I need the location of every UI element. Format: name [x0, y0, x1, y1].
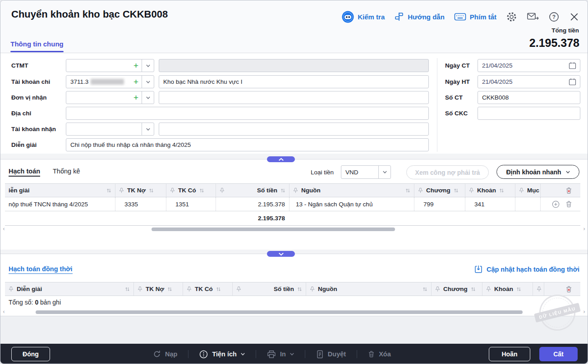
add-row-icon[interactable]	[552, 200, 560, 208]
don-vi-nhan-name-input[interactable]	[159, 91, 428, 104]
tai-khoan-chi-dropdown[interactable]	[142, 76, 154, 88]
sort-icon[interactable]	[125, 287, 130, 292]
sort-icon[interactable]	[471, 287, 476, 292]
tai-khoan-chi-input[interactable]: 3711.3	[66, 78, 130, 85]
pin-icon[interactable]	[9, 286, 14, 292]
col-nguon[interactable]: Nguồn	[306, 282, 431, 296]
send-mail-icon[interactable]	[527, 11, 539, 22]
close-icon[interactable]	[569, 12, 579, 22]
print-button[interactable]: In	[267, 350, 294, 359]
pin-icon[interactable]	[187, 286, 192, 292]
postpone-button[interactable]: Hoãn	[489, 347, 530, 361]
col-khoan[interactable]: Khoản	[482, 282, 533, 296]
row-so-tien[interactable]: 2.195.378	[216, 197, 289, 211]
col-so-tien[interactable]: Số tiền	[216, 184, 289, 197]
calendar-icon[interactable]	[569, 62, 576, 69]
pin-icon[interactable]	[170, 187, 175, 193]
add-icon[interactable]: +	[130, 77, 142, 86]
xem-cong-no-button[interactable]: Xem công nợ phải trả	[406, 165, 489, 179]
sort-icon[interactable]	[297, 287, 302, 292]
row-chuong[interactable]: 799	[414, 197, 465, 211]
ngay-ct-input[interactable]	[478, 59, 569, 72]
reload-button[interactable]: Nạp	[153, 350, 177, 358]
sort-icon[interactable]	[280, 188, 285, 193]
collapse-up-pill[interactable]	[267, 156, 295, 162]
pin-icon[interactable]	[310, 286, 315, 292]
close-button[interactable]: Đóng	[11, 347, 50, 361]
tab-hach-toan[interactable]: Hạch toán	[9, 168, 40, 177]
delete-all-icon[interactable]	[565, 286, 572, 293]
help-icon[interactable]: ?	[548, 11, 560, 23]
pin-icon[interactable]	[469, 187, 474, 193]
tab-thong-tin-chung[interactable]: Thông tin chung	[10, 40, 64, 48]
settings-gear-icon[interactable]	[506, 11, 517, 23]
so-ct-input[interactable]	[478, 91, 580, 104]
shortcuts-link[interactable]: Phím tắt	[454, 12, 496, 21]
approve-button[interactable]: Duyệt	[316, 350, 346, 359]
tab-thong-ke[interactable]: Thống kê	[53, 168, 80, 175]
row-tk-co[interactable]: 1351	[166, 197, 216, 211]
horizontal-scrollbar-thumb[interactable]	[152, 228, 395, 231]
sort-icon[interactable]	[499, 188, 504, 193]
dinh-khoan-nhanh-button[interactable]: Định khoản nhanh	[496, 165, 579, 179]
sort-icon[interactable]	[199, 188, 204, 193]
row-muc[interactable]	[515, 197, 540, 211]
sort-icon[interactable]	[216, 287, 221, 292]
col-so-tien[interactable]: Số tiền	[232, 282, 306, 296]
sort-icon[interactable]	[423, 287, 427, 292]
col-chuong[interactable]: Chương	[414, 184, 465, 197]
utilities-button[interactable]: Tiện ích	[199, 350, 245, 359]
col-tk-no[interactable]: TK Nợ	[115, 184, 166, 197]
col-tk-no[interactable]: TK Nợ	[133, 282, 183, 296]
col-pinned[interactable]	[533, 282, 544, 296]
save-button[interactable]: Cất	[539, 347, 578, 361]
sort-icon[interactable]	[454, 188, 459, 193]
add-icon[interactable]: +	[130, 93, 142, 102]
scroll-right-arrow[interactable]: ›	[583, 309, 585, 314]
sort-icon[interactable]	[405, 188, 410, 193]
pin-icon[interactable]	[418, 187, 423, 193]
row-khoan[interactable]: 341	[465, 197, 515, 211]
col-dien-giai[interactable]: iễn giải	[5, 184, 115, 197]
tai-khoan-chi-name-field[interactable]: Kho bạc Nhà nước Khu vực I	[159, 75, 429, 88]
pin-icon[interactable]	[486, 286, 491, 292]
pin-icon[interactable]	[236, 286, 241, 292]
hach-toan-dong-thoi-link[interactable]: Hạch toán đồng thời	[9, 265, 73, 274]
sort-icon[interactable]	[106, 188, 111, 193]
tai-khoan-nhan-input[interactable]	[66, 123, 142, 135]
col-nguon[interactable]: Nguồn	[289, 184, 414, 197]
delete-row-icon[interactable]	[565, 200, 572, 208]
calendar-icon[interactable]	[569, 78, 576, 86]
guide-link[interactable]: Hướng dẫn	[394, 12, 445, 22]
ctmt-dropdown[interactable]	[142, 59, 154, 72]
row-nguon[interactable]: 13 - Ngân sách Quận tự chủ	[289, 197, 414, 211]
col-tk-co[interactable]: TK Có	[166, 184, 216, 197]
col-dien-giai[interactable]: Diễn giải	[5, 282, 133, 296]
row-dien-giai[interactable]: nộp thuế TNCN tháng 4/2025	[5, 197, 115, 211]
so-ckc-input[interactable]	[478, 107, 580, 119]
ngay-ht-input[interactable]	[478, 76, 569, 88]
sort-icon[interactable]	[149, 188, 154, 193]
don-vi-nhan-input[interactable]	[66, 91, 130, 104]
sort-icon[interactable]	[167, 287, 172, 292]
check-link[interactable]: Kiểm tra	[342, 11, 385, 23]
ctmt-input[interactable]	[66, 59, 130, 72]
pin-icon[interactable]	[119, 187, 124, 193]
scroll-left-arrow[interactable]: ‹	[3, 309, 5, 314]
add-icon[interactable]: +	[130, 61, 142, 70]
cap-nhat-hach-toan-link[interactable]: Cập nhật hạch toán đồng thời	[474, 265, 579, 274]
currency-select[interactable]: VND	[341, 165, 391, 179]
col-muc[interactable]: Mục	[515, 184, 540, 197]
row-tk-no[interactable]: 3335	[115, 197, 166, 211]
tai-khoan-nhan-dropdown[interactable]	[142, 123, 154, 135]
pin-icon[interactable]	[537, 286, 542, 292]
collapse-down-pill[interactable]	[267, 251, 295, 257]
scroll-right-arrow[interactable]: ›	[583, 226, 585, 232]
delete-button[interactable]: Xóa	[368, 350, 391, 358]
delete-all-icon[interactable]	[565, 187, 572, 194]
currency-dropdown[interactable]	[378, 166, 390, 178]
dia-chi-input[interactable]	[66, 107, 428, 119]
pin-icon[interactable]	[435, 286, 440, 292]
tai-khoan-nhan-name-input[interactable]	[159, 123, 428, 135]
col-tk-co[interactable]: TK Có	[183, 282, 232, 296]
